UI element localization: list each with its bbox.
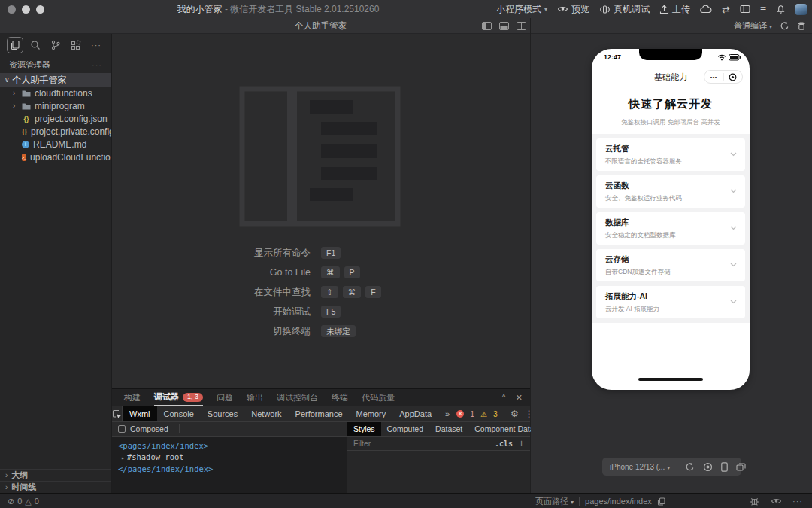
panel-maximize-icon[interactable]: ^ xyxy=(502,393,506,402)
timeline-section[interactable]: › 时间线 xyxy=(0,481,111,493)
record-icon[interactable] xyxy=(703,462,713,472)
card-cloud-hosting[interactable]: 云托管 不限语言的全托管容器服务 xyxy=(596,138,745,171)
tree-item-project-private-config[interactable]: {} project.private.config... xyxy=(0,125,111,138)
cloud-button[interactable] xyxy=(700,5,712,14)
card-cloud-function[interactable]: 云函数 安全、免鉴权运行业务代码 xyxy=(596,175,745,208)
phone-simulator[interactable]: 12:47 基础能力 ••• 快速了解云开发 免鉴权接口调用 免部署后台 高并发… xyxy=(592,49,750,390)
tree-item-miniprogram[interactable]: › miniprogram xyxy=(0,99,111,112)
panel-layout-button[interactable] xyxy=(740,5,750,14)
sync-button[interactable]: ⇄ xyxy=(722,4,730,15)
dom-open-tag[interactable]: <pages/index/index> xyxy=(118,440,347,452)
bell-icon xyxy=(776,5,786,14)
devtools-tab-memory[interactable]: Memory xyxy=(350,406,393,421)
more-views-button[interactable]: ··· xyxy=(88,37,105,53)
dom-shadow-root[interactable]: ▸#shadow-root xyxy=(118,452,347,464)
devtools-tab-sources[interactable]: Sources xyxy=(201,406,244,421)
multi-window-icon[interactable] xyxy=(736,463,746,471)
capsule-close-button[interactable] xyxy=(724,73,743,81)
composed-checkbox[interactable] xyxy=(118,425,126,433)
statusbar-error-count: 0 xyxy=(17,497,22,506)
toggle-class-button[interactable]: .cls xyxy=(495,440,513,448)
tree-item-upload-cloud-function[interactable]: >_ uploadCloudFunction... xyxy=(0,151,111,163)
wxml-dom-tree[interactable]: <pages/index/index> ▸#shadow-root </page… xyxy=(112,437,347,494)
tree-root-project[interactable]: ∨ 个人助手管家 xyxy=(0,73,111,87)
card-extension-ai[interactable]: 拓展能力-AI 云开发 AI 拓展能力 xyxy=(596,286,745,318)
tab-build[interactable]: 构建 xyxy=(124,389,141,406)
shortcut-row: 切换终端 未绑定 xyxy=(112,321,530,341)
tree-item-project-config[interactable]: {} project.config.json xyxy=(0,112,111,125)
explorer-more-icon[interactable]: ··· xyxy=(92,60,102,69)
page-path-dropdown[interactable]: 页面路径 ▾ xyxy=(535,496,574,507)
chevron-right-icon: › xyxy=(13,89,18,97)
eye-icon[interactable] xyxy=(771,497,782,506)
tab-code-quality[interactable]: 代码质量 xyxy=(362,389,395,406)
bug-debug-icon[interactable] xyxy=(749,497,760,506)
dom-close-tag[interactable]: </pages/index/index> xyxy=(118,464,347,475)
tab-problems[interactable]: 问题 xyxy=(217,389,233,406)
tab-terminal[interactable]: 终端 xyxy=(332,389,348,406)
phone-notch xyxy=(639,49,702,60)
error-badge-icon[interactable]: ✕ xyxy=(456,410,464,418)
styles-tab-styles[interactable]: Styles xyxy=(347,422,381,436)
outline-section[interactable]: › 大纲 xyxy=(0,469,111,481)
explorer-view-button[interactable] xyxy=(7,37,23,53)
app-version: - 微信开发者工具 Stable 2.01.2510260 xyxy=(225,4,379,14)
capsule-more-button[interactable]: ••• xyxy=(704,75,723,80)
search-view-button[interactable] xyxy=(27,37,44,53)
tree-item-cloudfunctions[interactable]: › cloudfunctions xyxy=(0,87,111,99)
source-control-view-button[interactable] xyxy=(47,37,64,53)
ellipsis-icon: ••• xyxy=(710,75,717,80)
no-errors-icon[interactable]: ⊘ xyxy=(8,497,14,506)
shortcut-row: Go to File ⌘ P xyxy=(112,263,530,282)
rotate-device-icon[interactable] xyxy=(685,462,695,472)
new-style-rule-button[interactable]: + xyxy=(513,438,530,449)
devtools-tab-appdata[interactable]: AppData xyxy=(392,406,438,421)
preview-button[interactable]: 预览 xyxy=(557,3,589,16)
menu-button[interactable]: ≡ xyxy=(760,3,766,15)
capsule-button: ••• xyxy=(704,70,743,84)
user-avatar[interactable] xyxy=(795,4,807,15)
tab-output[interactable]: 输出 xyxy=(247,389,263,406)
devtools-tabs-overflow[interactable]: » xyxy=(438,406,456,421)
compile-refresh-icon[interactable] xyxy=(780,21,789,31)
more-actions-icon[interactable]: ··· xyxy=(792,497,803,506)
upload-button[interactable]: 上传 xyxy=(659,3,690,16)
card-database[interactable]: 数据库 安全稳定的文档型数据库 xyxy=(596,212,745,245)
panel-close-icon[interactable]: ✕ xyxy=(516,393,523,403)
warning-triangle-icon[interactable]: △ xyxy=(25,497,31,506)
warning-badge-icon[interactable]: ⚠ xyxy=(480,410,487,418)
styles-tab-dataset[interactable]: Dataset xyxy=(429,422,468,436)
copy-path-icon[interactable] xyxy=(657,497,665,506)
tab-debugger[interactable]: 调试器 1, 3 xyxy=(154,389,203,406)
devtools-tab-performance[interactable]: Performance xyxy=(289,406,350,421)
mode-selector-dropdown[interactable]: 小程序模式▾ xyxy=(496,3,547,16)
close-window-button[interactable] xyxy=(8,5,16,14)
toggle-panel-icon[interactable] xyxy=(499,22,509,30)
device-frame-icon[interactable] xyxy=(721,462,728,472)
device-selector-dropdown[interactable]: iPhone 12/13 (... ▾ xyxy=(610,463,670,471)
styles-tab-computed[interactable]: Computed xyxy=(381,422,429,436)
styles-filter-input[interactable] xyxy=(347,439,495,448)
styles-tab-component-data[interactable]: Component Data xyxy=(468,422,540,436)
tree-item-readme[interactable]: i README.md xyxy=(0,138,111,151)
editor-welcome-area: 显示所有命令 F1 Go to File ⌘ P 在文件中查找 ⇧ ⌘ F 开始… xyxy=(112,34,530,388)
notifications-button[interactable] xyxy=(776,5,786,14)
menu-icon: ≡ xyxy=(760,3,766,15)
devtools-tab-network[interactable]: Network xyxy=(244,406,288,421)
toggle-sidebar-icon[interactable] xyxy=(482,22,492,30)
extensions-view-button[interactable] xyxy=(68,37,84,53)
page-title: 快速了解云开发 xyxy=(592,97,750,111)
zoom-window-button[interactable] xyxy=(36,5,44,14)
devtools-tab-wxml[interactable]: Wxml xyxy=(123,406,157,421)
toggle-split-icon[interactable] xyxy=(517,22,526,30)
compile-mode-dropdown[interactable]: 普通编译 ▾ xyxy=(734,20,772,32)
tab-debug-console[interactable]: 调试控制台 xyxy=(277,389,318,406)
clear-cache-trash-icon[interactable] xyxy=(797,21,806,31)
devtools-settings-gear-icon[interactable]: ⚙ xyxy=(511,409,519,419)
info-icon: i xyxy=(22,141,29,148)
minimize-window-button[interactable] xyxy=(22,5,30,14)
card-cloud-storage[interactable]: 云存储 自带CDN加速文件存储 xyxy=(596,249,745,281)
inspect-element-button[interactable] xyxy=(112,406,123,421)
remote-debug-button[interactable]: 真机调试 xyxy=(599,3,650,16)
devtools-tab-console[interactable]: Console xyxy=(157,406,201,421)
